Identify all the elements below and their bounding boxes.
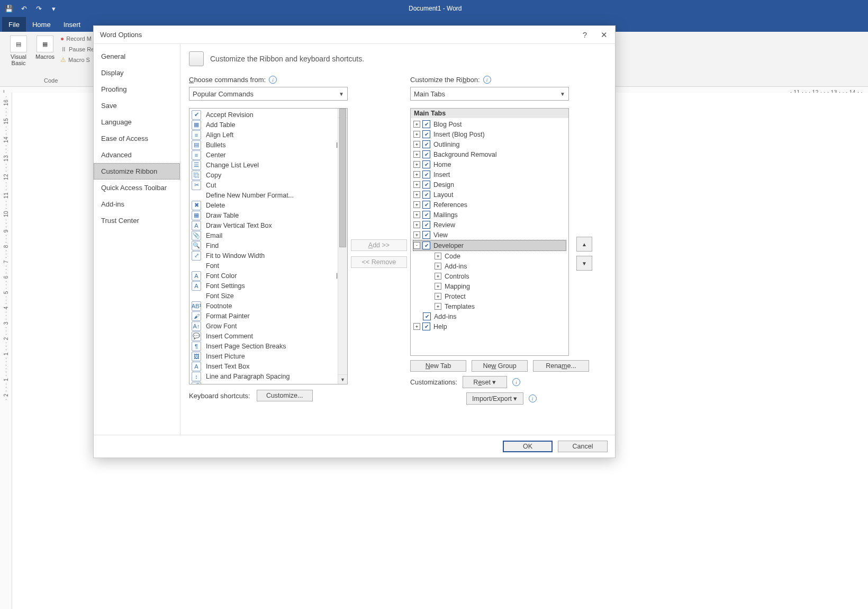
customize-ribbon-combo[interactable]: Main Tabs ▼ xyxy=(410,87,569,101)
collapse-icon[interactable]: - xyxy=(413,242,420,249)
expand-icon[interactable]: + xyxy=(413,161,420,168)
command-item[interactable]: ⤢Fit to Window Width xyxy=(191,250,346,261)
expand-icon[interactable]: + xyxy=(413,323,420,330)
checkbox[interactable] xyxy=(422,150,430,158)
new-group-button[interactable]: New Group xyxy=(472,360,528,372)
choose-commands-combo[interactable]: Popular Commands ▼ xyxy=(189,87,348,101)
command-item[interactable]: ▤Bullets|▶ xyxy=(191,140,346,150)
tab-home[interactable]: Home xyxy=(26,17,57,32)
nav-item-language[interactable]: Language xyxy=(94,114,180,130)
scroll-down-icon[interactable]: ▼ xyxy=(338,374,347,384)
move-up-button[interactable]: ▲ xyxy=(576,237,592,252)
info-icon[interactable]: i xyxy=(483,76,491,84)
expand-icon[interactable]: + xyxy=(413,231,420,238)
checkbox[interactable] xyxy=(422,191,430,199)
remove-button[interactable]: << Remove xyxy=(351,256,407,268)
command-item[interactable]: AFont Settings xyxy=(191,281,346,291)
checkbox[interactable] xyxy=(422,211,430,219)
command-item[interactable]: ✔Accept Revision xyxy=(191,110,346,120)
checkbox[interactable] xyxy=(422,241,430,249)
expand-icon[interactable]: + xyxy=(413,181,420,188)
tab-insert[interactable]: Insert xyxy=(57,17,87,32)
expand-icon[interactable]: + xyxy=(413,211,420,218)
checkbox[interactable] xyxy=(422,323,430,330)
command-item[interactable]: ADraw Vertical Text Box xyxy=(191,220,346,230)
command-item[interactable]: AB¹Footnote xyxy=(191,301,346,311)
tree-item[interactable]: +Help xyxy=(413,321,566,332)
tree-item[interactable]: +Blog Post xyxy=(413,119,566,129)
command-item[interactable]: ✖Delete xyxy=(191,200,346,210)
add-button[interactable]: Add >> xyxy=(351,239,407,251)
command-item[interactable]: ¶Insert Page Section Breaks▶ xyxy=(191,341,346,351)
info-icon[interactable]: i xyxy=(512,378,520,386)
nav-item-trust-center[interactable]: Trust Center xyxy=(94,212,180,229)
close-icon[interactable]: ✕ xyxy=(598,30,611,40)
checkbox[interactable] xyxy=(422,221,430,229)
command-item[interactable]: Font SizeI▾ xyxy=(191,291,346,301)
pause-recording-button[interactable]: ⏸Pause Re xyxy=(59,44,95,54)
tree-item[interactable]: -Developer xyxy=(413,240,566,251)
expand-icon[interactable]: + xyxy=(435,253,441,259)
tree-item[interactable]: +Home xyxy=(413,159,566,169)
command-item[interactable]: 🖌Format Painter xyxy=(191,311,346,321)
tree-item[interactable]: +Mapping xyxy=(413,281,566,291)
expand-icon[interactable]: + xyxy=(413,151,420,158)
command-item[interactable]: 📎Email xyxy=(191,230,346,240)
expand-icon[interactable]: + xyxy=(413,221,420,228)
new-tab-button[interactable]: New Tab xyxy=(410,360,466,372)
checkbox[interactable] xyxy=(423,312,431,320)
tree-item[interactable]: +Outlining xyxy=(413,139,566,149)
command-item[interactable]: A↑Grow Font xyxy=(191,321,346,331)
command-item[interactable]: AFont Color|▶ xyxy=(191,271,346,281)
command-item[interactable]: ✂Cut xyxy=(191,180,346,190)
command-item[interactable]: ▦Add Table▶ xyxy=(191,120,346,130)
checkbox[interactable] xyxy=(422,231,430,239)
tree-item[interactable]: +Review xyxy=(413,220,566,230)
ok-button[interactable]: OK xyxy=(503,441,553,452)
command-item[interactable]: ≡Align Left xyxy=(191,130,346,140)
undo-icon[interactable]: ↶ xyxy=(18,3,30,14)
customize-shortcuts-button[interactable]: Customize... xyxy=(257,390,313,401)
expand-icon[interactable]: + xyxy=(435,263,441,270)
record-macro-button[interactable]: ●Record M xyxy=(59,34,95,43)
command-item[interactable]: ⿻Copy xyxy=(191,170,346,180)
macro-security-button[interactable]: ⚠Macro S xyxy=(59,55,95,65)
checkbox[interactable] xyxy=(422,130,430,138)
tree-item[interactable]: +Controls xyxy=(413,271,566,281)
expand-icon[interactable]: + xyxy=(413,131,420,138)
help-icon[interactable]: ? xyxy=(580,30,590,40)
expand-icon[interactable]: + xyxy=(413,171,420,178)
commands-listbox[interactable]: ✔Accept Revision▦Add Table▶≡Align Left▤B… xyxy=(189,108,348,384)
tree-item[interactable]: +Code xyxy=(413,251,566,261)
macros-button[interactable]: ▦ Macros xyxy=(33,34,57,61)
nav-item-quick-access-toolbar[interactable]: Quick Access Toolbar xyxy=(94,180,180,196)
nav-item-proofing[interactable]: Proofing xyxy=(94,81,180,97)
nav-item-general[interactable]: General xyxy=(94,48,180,65)
save-icon[interactable]: 💾 xyxy=(3,3,15,14)
command-item[interactable]: ▦Draw Table xyxy=(191,210,346,220)
checkbox[interactable] xyxy=(422,160,430,168)
expand-icon[interactable]: + xyxy=(435,293,441,300)
scrollbar[interactable]: ▲ ▼ xyxy=(338,109,347,384)
tree-item[interactable]: +Insert (Blog Post) xyxy=(413,129,566,139)
expand-icon[interactable]: + xyxy=(435,283,441,290)
command-item[interactable]: ≡Center xyxy=(191,150,346,160)
checkbox[interactable] xyxy=(422,181,430,189)
expand-icon[interactable]: + xyxy=(413,141,420,148)
reset-button[interactable]: Reset ▾ xyxy=(463,376,507,388)
command-item[interactable]: AInsert Text Box xyxy=(191,361,346,371)
tree-item[interactable]: +Mailings xyxy=(413,210,566,220)
command-item[interactable]: 🔗Link xyxy=(191,381,346,384)
command-item[interactable]: 🔍Find xyxy=(191,240,346,250)
checkbox[interactable] xyxy=(422,120,430,128)
tree-item[interactable]: +Design xyxy=(413,180,566,190)
expand-icon[interactable]: + xyxy=(413,121,420,128)
command-item[interactable]: ☰Change List Level▶ xyxy=(191,160,346,170)
command-item[interactable]: 🖼Insert Picture xyxy=(191,351,346,361)
cancel-button[interactable]: Cancel xyxy=(558,441,608,452)
visual-basic-button[interactable]: ▤ Visual Basic xyxy=(6,34,31,68)
tree-item[interactable]: +View xyxy=(413,230,566,240)
nav-item-customize-ribbon[interactable]: Customize Ribbon xyxy=(94,163,180,180)
scroll-thumb[interactable] xyxy=(339,109,346,247)
tree-item[interactable]: +Templates xyxy=(413,301,566,311)
